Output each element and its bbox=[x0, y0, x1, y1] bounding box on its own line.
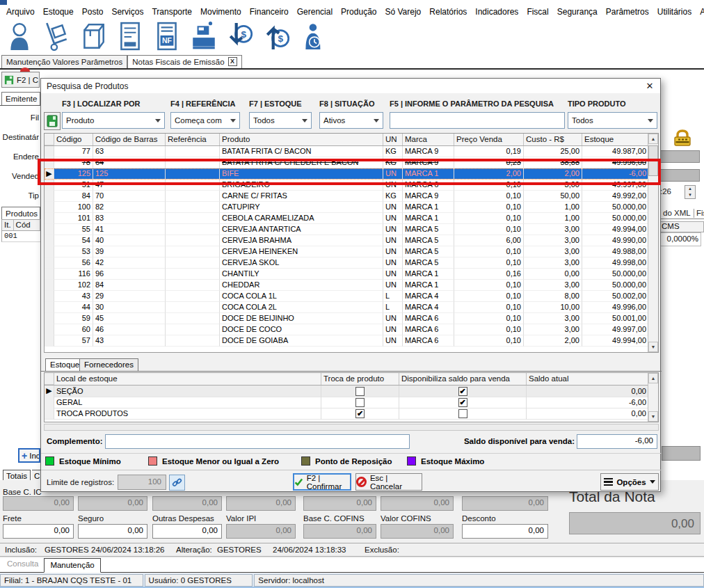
table-row-cerveja-antartica[interactable]: 5541CERVEJA ANTARTICAUNMARCA 50,103,0049… bbox=[45, 224, 658, 235]
link-button[interactable] bbox=[169, 475, 185, 491]
tab-notas-fiscais-emissao[interactable]: Notas Fiscais de Emissão X bbox=[127, 55, 241, 68]
menu-item-movimento[interactable]: Movimento bbox=[200, 7, 241, 17]
scroll-up-icon[interactable]: ▲ bbox=[648, 134, 658, 144]
products-grid-scrollbar[interactable]: ▲ ▼ bbox=[648, 134, 658, 352]
filter-combo-estoque[interactable]: Todos bbox=[249, 112, 312, 129]
menu-item-financeiro[interactable]: Financeiro bbox=[250, 7, 289, 17]
filter-combo-situacao[interactable]: Ativos bbox=[319, 112, 383, 129]
menu-item-segurana[interactable]: Segurança bbox=[557, 7, 598, 17]
menu-item-posto[interactable]: Posto bbox=[82, 7, 104, 17]
disponibiliza-checkbox[interactable]: ✔ bbox=[458, 387, 467, 396]
menu-item-utilitrios[interactable]: Utilitários bbox=[657, 7, 691, 17]
field-outrasdespesas[interactable]: 0,00 bbox=[152, 524, 222, 539]
tab-manutencao-valores-parametros[interactable]: Manutenção Valores Parâmetros bbox=[1, 55, 127, 68]
spin-up-icon[interactable]: ▲ bbox=[685, 186, 695, 192]
dialog-close-icon[interactable]: ✕ bbox=[643, 81, 656, 92]
time-spinner[interactable]: ▲ ▼ bbox=[685, 185, 696, 199]
hand-truck-icon[interactable] bbox=[41, 21, 72, 51]
tab-produtos[interactable]: Produtos bbox=[1, 207, 40, 219]
opcoes-button[interactable]: Opções bbox=[600, 473, 659, 491]
filter-combo-tipo[interactable]: Todos bbox=[568, 112, 657, 129]
troca-checkbox[interactable] bbox=[355, 387, 365, 396]
stock-grid-hscrollbar[interactable] bbox=[44, 424, 659, 431]
table-row-coca-cola-1l[interactable]: 4329COCA COLA 1LLMARCA 40,108,0050.002,0… bbox=[45, 291, 658, 302]
column-header-un[interactable]: UN bbox=[383, 134, 403, 145]
cancel-button[interactable]: Esc | Cancelar bbox=[355, 473, 422, 491]
column-header-custor[interactable]: Custo - R$ bbox=[524, 134, 582, 145]
stock-row-se-o[interactable]: ▶SEÇÃO✔0,00 bbox=[45, 386, 658, 397]
tab-fornecedores[interactable]: Fornecedores bbox=[79, 358, 138, 371]
nf-invoice-icon[interactable]: NF bbox=[152, 21, 182, 51]
tab-emitente[interactable]: Emitente bbox=[1, 92, 40, 105]
package-icon[interactable] bbox=[78, 21, 109, 51]
menu-item-ajuda[interactable]: Ajuda bbox=[700, 7, 704, 17]
table-row-batata-frita-c-bacon[interactable]: 7763BATATA FRITA C/ BACONKGMARCA 90,1925… bbox=[45, 146, 658, 157]
stock-grid-scrollbar[interactable]: ▲ ▼ bbox=[648, 373, 658, 422]
money-out-icon[interactable]: $ bbox=[262, 21, 293, 51]
items-grid-row[interactable]: 001 bbox=[1, 231, 40, 242]
stock-row-troca-produtos[interactable]: TROCA PRODUTOS✔0,00 bbox=[45, 408, 658, 419]
troca-checkbox[interactable] bbox=[355, 398, 365, 407]
field-desconto[interactable]: 0,00 bbox=[462, 524, 548, 539]
document-icon[interactable] bbox=[115, 21, 145, 51]
menu-item-svarejo[interactable]: Só Varejo bbox=[385, 7, 421, 17]
table-row-doce-de-coco[interactable]: 6046DOCE DE COCOUNMARCA 60,103,0049.997,… bbox=[45, 324, 658, 335]
menu-item-estoque[interactable]: Estoque bbox=[43, 7, 74, 17]
column-header-referncia[interactable]: Referência bbox=[166, 134, 220, 145]
tab-fiscal-fragment[interactable]: Fis bbox=[696, 209, 704, 217]
menu-item-servios[interactable]: Serviços bbox=[111, 7, 143, 17]
stock-row-geral[interactable]: GERAL✔-6,00 bbox=[45, 397, 658, 408]
menu-item-transporte[interactable]: Transporte bbox=[152, 7, 192, 17]
disponibiliza-checkbox[interactable]: ✔ bbox=[458, 398, 467, 407]
close-tab-icon[interactable]: X bbox=[228, 57, 237, 66]
confirm-button-fragment[interactable]: F2 | C bbox=[1, 72, 40, 88]
limite-registros-input[interactable]: 100 bbox=[118, 475, 166, 490]
tab-manutencao[interactable]: Manutenção bbox=[44, 558, 100, 573]
stock-column-header-trocadeproduto[interactable]: Troca de produto bbox=[321, 373, 399, 385]
menu-item-fiscal[interactable]: Fiscal bbox=[527, 7, 548, 17]
complemento-input[interactable] bbox=[105, 434, 410, 449]
scroll-down-icon[interactable]: ▼ bbox=[648, 411, 658, 422]
column-header-marca[interactable]: Marca bbox=[403, 134, 454, 145]
scroll-thumb[interactable] bbox=[648, 145, 658, 176]
cash-register-icon[interactable] bbox=[189, 21, 219, 51]
stock-column-header-saldoatual[interactable]: Saldo atual bbox=[527, 373, 649, 385]
table-row-cheddar[interactable]: 10284CHEDDARUNMARCA 10,103,0050.000,00 bbox=[45, 280, 658, 291]
table-row-doce-de-beijinho[interactable]: 5945DOCE DE BEIJINHOUNMARCA 60,103,0050.… bbox=[45, 313, 658, 324]
table-row-coca-cola-2l[interactable]: 4430COCA COLA 2LLMARCA 40,1010,0049.996,… bbox=[45, 302, 658, 313]
table-row-carne-c-fritas[interactable]: 8470CARNE C/ FRITASKGMARCA 90,1050,0049.… bbox=[45, 191, 658, 202]
incluir-button-fragment[interactable]: + Inclui bbox=[18, 448, 40, 463]
troca-checkbox[interactable]: ✔ bbox=[355, 409, 365, 418]
menu-item-parmetros[interactable]: Parâmetros bbox=[606, 7, 649, 17]
table-row-cerveja-skol[interactable]: 5642CERVEJA SKOLUNMARCA 50,103,0049.998,… bbox=[45, 257, 658, 269]
menu-item-produo[interactable]: Produção bbox=[341, 7, 376, 17]
table-row-catupiry[interactable]: 10082CATUPIRYUNMARCA 10,101,0050.000,00 bbox=[45, 202, 658, 213]
stock-column-header-disponibilizasaldoparavenda[interactable]: Disponibiliza saldo para venda bbox=[399, 373, 527, 385]
search-param-input[interactable] bbox=[390, 112, 565, 129]
table-row-cerveja-brahma[interactable]: 5440CERVEJA BRAHMAUNMARCA 56,003,0049.99… bbox=[45, 235, 658, 246]
money-in-icon[interactable]: $ bbox=[225, 21, 256, 51]
tab-estoque[interactable]: Estoque bbox=[45, 358, 84, 371]
confirm-button[interactable]: F2 | Confirmar bbox=[293, 473, 351, 491]
menu-item-arquivo[interactable]: Arquivo bbox=[6, 7, 35, 17]
table-row-brigadeiro[interactable]: 5147BRIGADEIROUNMARCA 60,103,0049.997,00 bbox=[45, 180, 658, 191]
column-header-estoque[interactable]: Estoque bbox=[582, 134, 649, 145]
table-row-bife[interactable]: ▶125125BIFEUNMARCA 12,002,00-6,00 bbox=[45, 168, 658, 180]
table-row-cerveja-heineken[interactable]: 5339CERVEJA HEINEKENUNMARCA 50,103,0049.… bbox=[45, 246, 658, 257]
table-row-doce-de-goiaba[interactable]: 5743DOCE DE GOIABAUNMARCA 60,102,0049.99… bbox=[45, 335, 658, 347]
filter-combo-localizar[interactable]: Produto bbox=[62, 112, 165, 129]
field-seguro[interactable]: 0,00 bbox=[78, 524, 147, 539]
scroll-up-icon[interactable]: ▲ bbox=[648, 373, 658, 383]
filter-combo-referencia[interactable]: Começa com bbox=[170, 112, 240, 129]
menu-item-gerencial[interactable]: Gerencial bbox=[297, 7, 333, 17]
tab-consulta[interactable]: Consulta bbox=[1, 557, 44, 572]
spin-down-icon[interactable]: ▼ bbox=[685, 192, 695, 198]
menu-item-relatrios[interactable]: Relatórios bbox=[429, 7, 467, 17]
column-header-produto[interactable]: Produto bbox=[220, 134, 383, 145]
customer-icon[interactable] bbox=[4, 21, 35, 51]
table-row-chantily[interactable]: 11696CHANTILYUNMARCA 10,160,0050.000,00 bbox=[45, 269, 658, 280]
stock-column-header-localdeestoque[interactable]: Local de estoque bbox=[54, 373, 321, 385]
table-row-cebola-caramelizada[interactable]: 10183CEBOLA CARAMELIZADAUNMARCA 10,101,0… bbox=[45, 213, 658, 224]
table-row-batata-frita-c-chedder-e-bacon[interactable]: 7864BATATA FRITA C/ CHEDDER E BACONKGMAR… bbox=[45, 157, 658, 168]
column-header-cdigodebarras[interactable]: Código de Barras bbox=[93, 134, 166, 145]
